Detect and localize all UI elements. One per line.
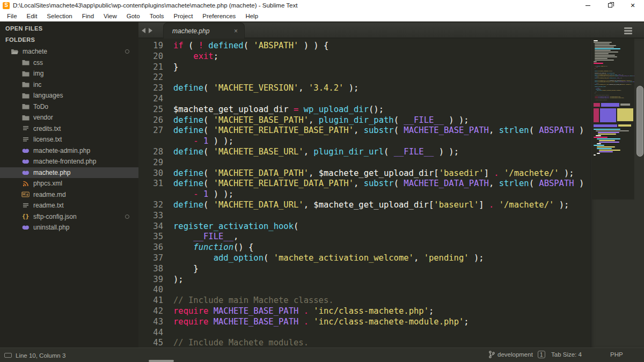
line-number[interactable]: 19 [138, 41, 163, 51]
line-number[interactable]: 25 [138, 105, 163, 115]
menu-tools[interactable]: Tools [145, 11, 169, 21]
sidebar-file-license.txt[interactable]: license.txt [0, 134, 138, 145]
sidebar-file-machete-frontend.php[interactable]: machete-frontend.php [0, 156, 138, 167]
sidebar-file-readme.txt[interactable]: readme.txt [0, 200, 138, 211]
line-number[interactable]: 24 [138, 94, 163, 105]
menu-preferences[interactable]: Preferences [197, 11, 240, 21]
sidebar-folder-vendor[interactable]: vendor [0, 112, 138, 123]
horizontal-scrollbar-thumb[interactable] [149, 360, 174, 362]
code-line[interactable]: 33 [138, 211, 644, 221]
menu-help[interactable]: Help [240, 11, 263, 21]
line-number[interactable]: 44 [138, 328, 163, 338]
code-line[interactable]: 26define( 'MACHETE_BASE_PATH', plugin_di… [138, 115, 644, 126]
menu-project[interactable]: Project [169, 11, 198, 21]
line-number[interactable] [138, 136, 163, 147]
sidebar-file-readme.md[interactable]: readme.md [0, 189, 138, 201]
tab-close-icon[interactable]: × [234, 27, 238, 35]
sidebar-folder-todo[interactable]: ToDo [0, 101, 138, 113]
code-line[interactable]: 31define( 'MACHETE_RELATIVE_DATA_PATH', … [138, 179, 644, 189]
sidebar-file-credits.txt[interactable]: credits.txt [0, 123, 138, 135]
line-number[interactable]: 30 [138, 168, 163, 179]
line-number[interactable]: 34 [138, 221, 163, 232]
code-line[interactable]: 23define( 'MACHETE_VERSION', '3.4.2' ); [138, 83, 644, 94]
code-line[interactable]: 35 __FILE__, [138, 232, 644, 242]
code-line[interactable]: 37 add_option( 'machete_activation_welco… [138, 253, 644, 264]
code-line[interactable]: 25$machete_get_upload_dir = wp_upload_di… [138, 105, 644, 115]
vertical-scrollbar-thumb[interactable] [636, 86, 643, 157]
line-number[interactable]: 38 [138, 264, 163, 275]
code-line[interactable]: 41// Include main Machete classes. [138, 295, 644, 306]
code-line[interactable]: 34register_activation_hook( [138, 221, 644, 232]
sidebar-file-machete-admin.php[interactable]: machete-admin.php [0, 145, 138, 157]
sidebar-file-phpcs.xml[interactable]: phpcs.xml [0, 178, 138, 189]
code-line[interactable]: 21} [138, 62, 644, 73]
line-number[interactable]: 26 [138, 115, 163, 126]
menu-goto[interactable]: Goto [122, 11, 145, 21]
menu-file[interactable]: File [2, 11, 22, 21]
panel-toggle-icon[interactable] [4, 353, 12, 358]
code-line[interactable]: 20 exit; [138, 51, 644, 62]
line-number[interactable]: 20 [138, 51, 163, 62]
menu-selection[interactable]: Selection [42, 11, 77, 21]
code-line[interactable]: 27define( 'MACHETE_RELATIVE_BASE_PATH', … [138, 125, 644, 136]
code-line[interactable]: 44 [138, 328, 644, 338]
tab-history-back-icon[interactable] [142, 28, 145, 33]
line-number[interactable]: 42 [138, 306, 163, 317]
code-line[interactable]: 43require MACHETE_BASE_PATH . 'inc/class… [138, 317, 644, 328]
tab-machete-php[interactable]: machete.php × [163, 23, 245, 39]
menu-view[interactable]: View [99, 11, 122, 21]
code-line[interactable]: 19if ( ! defined( 'ABSPATH' ) ) { [138, 41, 644, 51]
minimize-button[interactable] [576, 0, 599, 11]
overflow-menu-icon[interactable] [624, 27, 632, 34]
code-line[interactable]: 39); [138, 275, 644, 285]
line-number[interactable]: 40 [138, 285, 163, 295]
line-number[interactable]: 23 [138, 83, 163, 94]
code-line[interactable]: 28define( 'MACHETE_BASE_URL', plugin_dir… [138, 147, 644, 158]
code-line[interactable]: 22 [138, 72, 644, 83]
line-number[interactable]: 36 [138, 242, 163, 253]
line-number[interactable]: 31 [138, 179, 163, 189]
code-line[interactable]: 29 [138, 158, 644, 168]
code-line[interactable]: 38 } [138, 264, 644, 275]
sidebar-folder-machete[interactable]: machete [0, 46, 138, 57]
open-files-header[interactable]: OPEN FILES [0, 21, 138, 33]
git-branch-name[interactable]: development [497, 351, 533, 358]
line-number[interactable]: 28 [138, 147, 163, 158]
minimap[interactable]: if ( ! defined( 'ABSPATH' ) ) { exit;}de… [592, 39, 634, 200]
sidebar-file-uninstall.php[interactable]: uninstall.php [0, 222, 138, 233]
sidebar-folder-languages[interactable]: languages [0, 90, 138, 101]
line-number[interactable]: 35 [138, 232, 163, 242]
line-number[interactable] [138, 189, 163, 200]
tab-size-indicator[interactable]: Tab Size: 4 [551, 351, 582, 358]
code-line[interactable]: 40 [138, 285, 644, 295]
code-line[interactable]: 45// Include Machete modules. [138, 338, 644, 348]
line-number[interactable]: 21 [138, 62, 163, 73]
maximize-button[interactable] [599, 0, 621, 11]
code-line[interactable]: - 1 ) ); [138, 136, 644, 147]
line-number[interactable]: 41 [138, 295, 163, 306]
code-line[interactable]: 24 [138, 94, 644, 105]
code-line[interactable]: - 1 ) ); [138, 189, 644, 200]
sidebar-file-sftp-config.json[interactable]: {}sftp-config.json [0, 211, 138, 223]
line-number[interactable]: 45 [138, 338, 163, 348]
sidebar-folder-inc[interactable]: inc [0, 79, 138, 91]
tab-history-forward-icon[interactable] [149, 28, 152, 33]
line-number[interactable]: 32 [138, 200, 163, 211]
code-line[interactable]: 32define( 'MACHETE_DATA_URL', $machete_g… [138, 200, 644, 211]
code-line[interactable]: 36 function() { [138, 242, 644, 253]
code-editor[interactable]: 19if ( ! defined( 'ABSPATH' ) ) {20 exit… [138, 39, 644, 348]
menu-edit[interactable]: Edit [22, 11, 42, 21]
line-number[interactable]: 27 [138, 125, 163, 136]
sidebar-folder-css[interactable]: css [0, 57, 138, 69]
line-number[interactable]: 22 [138, 72, 163, 83]
folders-header[interactable]: FOLDERS [0, 33, 138, 44]
code-line[interactable]: 30define( 'MACHETE_DATA_PATH', $machete_… [138, 168, 644, 179]
line-number[interactable]: 33 [138, 211, 163, 221]
line-number[interactable]: 29 [138, 158, 163, 168]
menu-find[interactable]: Find [77, 11, 99, 21]
code-line[interactable]: 42require MACHETE_BASE_PATH . 'inc/class… [138, 306, 644, 317]
line-number[interactable]: 43 [138, 317, 163, 328]
syntax-indicator[interactable]: PHP [610, 351, 623, 358]
close-button[interactable]: ✕ [621, 0, 644, 11]
sidebar-folder-img[interactable]: img [0, 68, 138, 79]
